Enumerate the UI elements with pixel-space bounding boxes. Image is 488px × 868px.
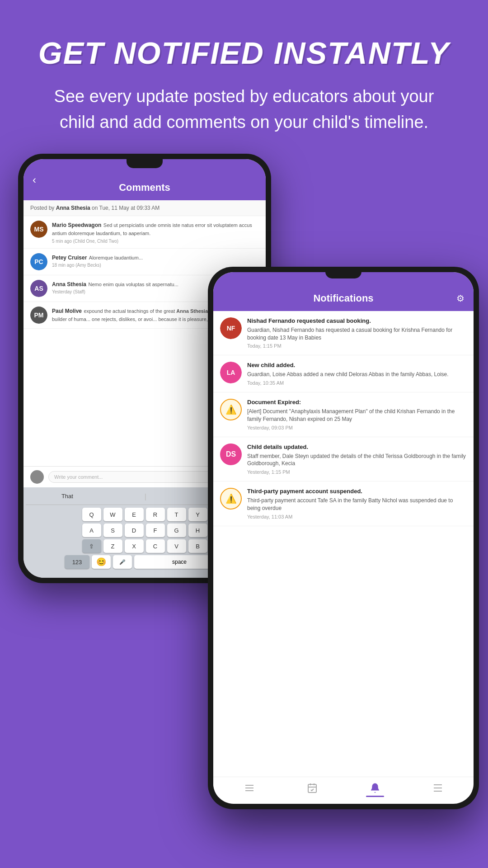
notif-time: Today, 1:15 PM — [247, 343, 467, 349]
comment-author: Anna Sthesia — [52, 281, 86, 288]
key-f[interactable]: F — [146, 524, 165, 537]
comment-author: Paul Molive — [52, 308, 82, 314]
notif-warning-icon-2: ⚠️ — [220, 488, 242, 509]
nav-list[interactable] — [244, 783, 255, 793]
notif-time: Yesterday, 09:03 PM — [247, 425, 467, 430]
comment-author: Mario Speedwagon — [52, 222, 101, 228]
notification-item[interactable]: DS Child details updated. Staff member, … — [213, 437, 474, 481]
notif-avatar-nf: NF — [220, 317, 242, 339]
comment-text: Nemo enim quia voluptas sit aspernatu... — [88, 282, 178, 287]
key-v[interactable]: V — [167, 539, 186, 553]
avatar-as: AS — [30, 280, 47, 297]
key-r[interactable]: R — [146, 508, 165, 521]
key-123[interactable]: 123 — [65, 555, 89, 569]
bottom-navigation — [213, 777, 474, 797]
notif-desc: [Alert] Document "Anaphylaxis Management… — [247, 408, 467, 423]
suggestion-1[interactable]: That — [61, 493, 73, 501]
commenter-avatar — [30, 470, 44, 484]
phone-front-screen: Notifications ⚙ NF Nishad Fernando reque… — [213, 272, 474, 804]
key-emoji[interactable]: 😊 — [92, 555, 111, 569]
phone-back-notch — [127, 159, 163, 168]
notif-title-text: Document Expired: — [247, 399, 467, 406]
key-c[interactable]: C — [146, 539, 165, 553]
notif-time: Yesterday, 11:03 AM — [247, 514, 467, 519]
notif-avatar-la: LA — [220, 362, 242, 383]
notif-title-text: Third-party payment account suspended. — [247, 488, 467, 495]
notification-item[interactable]: ⚠️ Document Expired: [Alert] Document "A… — [213, 392, 474, 437]
key-e[interactable]: E — [125, 508, 144, 521]
notif-body: New child added. Guardian, Loise Abbas a… — [247, 362, 467, 386]
notif-time: Yesterday, 1:15 PM — [247, 469, 467, 475]
key-b[interactable]: B — [188, 539, 207, 553]
key-d[interactable]: D — [125, 524, 144, 537]
nav-calendar[interactable] — [307, 783, 318, 793]
notif-desc: Guardian, Loise Abbas added a new child … — [247, 371, 467, 378]
notif-body: Child details updated. Staff member, Dal… — [247, 443, 467, 475]
posted-by-info: Posted by Anna Sthesia on Tue, 11 May at… — [23, 200, 266, 216]
key-q[interactable]: Q — [82, 508, 101, 521]
avatar-ms: MS — [30, 221, 47, 238]
notif-title-text: Nishad Fernando requested casual booking… — [247, 317, 467, 325]
notif-body: Nishad Fernando requested casual booking… — [247, 317, 467, 349]
notif-desc: Staff member, Dale Steyn updated the det… — [247, 453, 467, 468]
notif-warning-icon: ⚠️ — [220, 399, 242, 420]
avatar-pm: PM — [30, 307, 47, 324]
notif-time: Today, 10:35 AM — [247, 380, 467, 386]
phone-front-notch — [325, 270, 361, 278]
comment-time: 5 min ago (Child One, Child Two) — [52, 239, 259, 244]
comment-avatar: PM — [30, 307, 47, 324]
comment-author: Petey Cruiser — [52, 255, 87, 261]
posted-by-label: Posted by — [30, 205, 54, 211]
key-t[interactable]: T — [167, 508, 186, 521]
notifications-screen-title: Notifications — [313, 292, 373, 304]
key-y[interactable]: Y — [188, 508, 207, 521]
notif-title-text: New child added. — [247, 362, 467, 369]
key-h[interactable]: H — [188, 524, 207, 537]
notification-item[interactable]: NF Nishad Fernando requested casual book… — [213, 311, 474, 355]
key-a[interactable]: A — [82, 524, 101, 537]
nav-active-indicator — [366, 796, 384, 797]
svg-rect-3 — [308, 784, 316, 793]
key-x[interactable]: X — [125, 539, 144, 553]
main-heading: GET NOTIFIED INSTANTLY — [36, 36, 452, 70]
notif-desc: Third-party payment account Tafe SA in t… — [247, 497, 467, 512]
notification-item[interactable]: LA New child added. Guardian, Loise Abba… — [213, 355, 474, 392]
comments-screen-title: Comments — [119, 182, 170, 193]
comment-body: Mario Speedwagon Sed ut perspiciatis und… — [52, 221, 259, 244]
notif-body: Third-party payment account suspended. T… — [247, 488, 467, 519]
key-w[interactable]: W — [103, 508, 122, 521]
phone-notifications: Notifications ⚙ NF Nishad Fernando reque… — [208, 267, 479, 809]
posted-by-date: on Tue, 11 May at 09:33 AM — [92, 205, 160, 211]
comment-avatar: PC — [30, 253, 47, 270]
key-g[interactable]: G — [167, 524, 186, 537]
key-mic[interactable]: 🎤 — [113, 555, 132, 569]
avatar-pc: PC — [30, 253, 47, 270]
key-s[interactable]: S — [103, 524, 122, 537]
settings-icon[interactable]: ⚙ — [456, 293, 465, 304]
key-shift[interactable]: ⇧ — [82, 539, 101, 553]
comment-avatar: AS — [30, 280, 47, 297]
comment-text: Aloremque laudantium... — [89, 255, 143, 260]
back-button[interactable]: ‹ — [33, 174, 36, 186]
notif-body: Document Expired: [Alert] Document "Anap… — [247, 399, 467, 430]
posted-by-name: Anna Sthesia — [56, 205, 90, 211]
notif-title-text: Child details updated. — [247, 443, 467, 451]
nav-notifications-tab[interactable] — [370, 783, 380, 793]
header-section: GET NOTIFIED INSTANTLY See every update … — [0, 0, 488, 153]
comment-avatar: MS — [30, 221, 47, 238]
main-subtitle: See every update posted by educators abo… — [36, 84, 452, 135]
nav-menu[interactable] — [432, 783, 443, 793]
notif-avatar-ds: DS — [220, 443, 242, 465]
phones-container: ‹ Comments Posted by Anna Sthesia on Tue… — [0, 154, 488, 868]
comment-item: MS Mario Speedwagon Sed ut perspiciatis … — [23, 216, 266, 249]
key-z[interactable]: Z — [103, 539, 122, 553]
notification-item[interactable]: ⚠️ Third-party payment account suspended… — [213, 481, 474, 526]
notifications-list: NF Nishad Fernando requested casual book… — [213, 311, 474, 526]
notif-desc: Guardian, Nishad Fernando has requested … — [247, 326, 467, 342]
